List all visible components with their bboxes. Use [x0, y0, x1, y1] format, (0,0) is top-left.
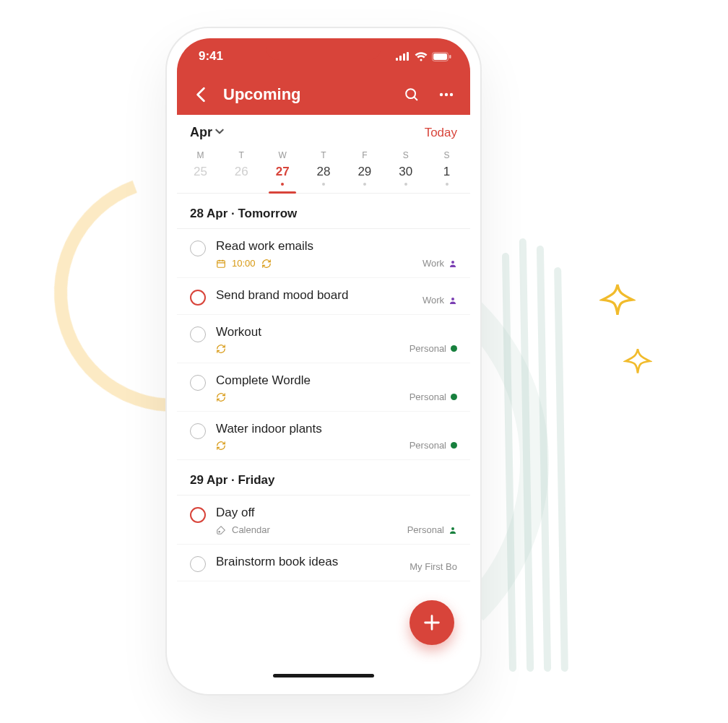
person-icon	[448, 526, 457, 534]
project-label[interactable]: My First Bo	[410, 561, 457, 572]
task-checkbox[interactable]	[190, 290, 206, 306]
task-row[interactable]: Complete WordlePersonal	[177, 363, 470, 412]
project-name: My First Bo	[410, 561, 457, 572]
cellular-icon	[396, 52, 410, 61]
svg-rect-0	[396, 58, 398, 61]
day-dot	[281, 183, 284, 186]
week-day[interactable]: T28	[303, 147, 344, 193]
search-button[interactable]	[398, 81, 425, 108]
week-day[interactable]: S30	[385, 147, 426, 193]
task-row[interactable]: Brainstorm book ideasMy First Bo	[177, 545, 470, 581]
weekday-number: 25	[180, 165, 221, 179]
weekday-letter: F	[344, 150, 385, 160]
task-checkbox[interactable]	[190, 423, 206, 439]
tag-icon	[216, 525, 226, 535]
recurring-icon	[261, 259, 272, 269]
month-picker[interactable]: Apr	[190, 125, 225, 140]
task-title: Workout	[216, 325, 457, 339]
weekday-number: 29	[344, 165, 385, 179]
task-meta: 10:00	[216, 258, 457, 269]
task-row[interactable]: Read work emails10:00Work	[177, 229, 470, 278]
section-header: 28 Apr · Tomorrow	[177, 194, 470, 229]
svg-point-10	[450, 93, 453, 96]
section-header: 29 Apr · Friday	[177, 460, 470, 495]
project-dot	[451, 345, 457, 352]
battery-icon	[432, 52, 451, 61]
sparkle-icon	[623, 347, 652, 376]
project-dot	[451, 394, 457, 400]
svg-rect-3	[407, 52, 409, 61]
task-body: Read work emails10:00	[216, 239, 457, 269]
sparkle-icon	[599, 282, 636, 318]
phone-frame: 9:41 Upcoming Apr Today	[167, 28, 480, 694]
week-day[interactable]: T26	[221, 147, 262, 193]
decorative-strokes	[506, 238, 575, 675]
project-label[interactable]: Personal	[410, 440, 457, 451]
svg-rect-11	[217, 260, 225, 267]
project-label[interactable]: Personal	[410, 343, 457, 354]
day-dot	[446, 183, 448, 186]
project-label[interactable]: Work	[422, 258, 457, 269]
calendar-label: Calendar	[232, 524, 270, 535]
task-row[interactable]: Water indoor plantsPersonal	[177, 412, 470, 460]
svg-point-8	[440, 93, 443, 96]
day-dot	[363, 183, 366, 186]
weekday-letter: T	[221, 150, 262, 160]
project-name: Work	[422, 295, 444, 306]
week-day[interactable]: M25	[180, 147, 221, 193]
recurring-icon	[216, 344, 226, 354]
svg-rect-6	[449, 55, 451, 59]
task-title: Send brand mood board	[216, 288, 457, 303]
task-time: 10:00	[232, 258, 256, 269]
week-day[interactable]: W27	[262, 147, 303, 193]
task-checkbox[interactable]	[190, 556, 206, 572]
weekday-number: 27	[262, 165, 303, 179]
task-checkbox[interactable]	[190, 375, 206, 391]
task-row[interactable]: Day offCalendarPersonal	[177, 495, 470, 545]
task-title: Water indoor plants	[216, 422, 457, 436]
weekday-number: 26	[221, 165, 262, 179]
svg-point-12	[451, 261, 454, 264]
weekday-letter: T	[303, 150, 344, 160]
weekday-number: 1	[426, 165, 467, 179]
wifi-icon	[415, 52, 428, 61]
week-strip: M25T26W27T28F29S30S1	[177, 146, 470, 194]
task-checkbox[interactable]	[190, 507, 206, 523]
project-name: Work	[422, 258, 444, 269]
project-name: Personal	[410, 343, 446, 354]
phone-screen: 9:41 Upcoming Apr Today	[177, 38, 470, 684]
add-task-fab[interactable]	[410, 600, 454, 645]
recurring-icon	[216, 441, 226, 451]
project-label[interactable]: Personal	[407, 524, 457, 535]
weekday-letter: S	[385, 150, 426, 160]
chevron-down-icon	[214, 125, 225, 140]
task-list[interactable]: 28 Apr · TomorrowRead work emails10:00Wo…	[177, 194, 470, 646]
task-checkbox[interactable]	[190, 326, 206, 342]
project-name: Personal	[410, 391, 446, 402]
task-title: Read work emails	[216, 239, 457, 254]
back-button[interactable]	[187, 81, 214, 108]
month-label: Apr	[190, 125, 212, 140]
person-icon	[448, 296, 457, 305]
navbar: Upcoming	[177, 74, 470, 115]
svg-rect-2	[403, 53, 405, 61]
task-body: Send brand mood board	[216, 288, 457, 306]
task-checkbox[interactable]	[190, 241, 206, 256]
project-label[interactable]: Work	[422, 295, 457, 306]
day-dot	[404, 183, 407, 186]
project-label[interactable]: Personal	[410, 391, 457, 402]
more-button[interactable]	[433, 81, 460, 108]
task-row[interactable]: Send brand mood boardWork	[177, 278, 470, 315]
project-name: Personal	[410, 440, 446, 451]
status-icons	[396, 52, 451, 61]
weekday-number: 30	[385, 165, 426, 179]
selected-underline	[269, 191, 297, 194]
week-day[interactable]: S1	[426, 147, 467, 193]
calendar-icon	[216, 259, 226, 269]
week-day[interactable]: F29	[344, 147, 385, 193]
task-title: Complete Wordle	[216, 373, 457, 388]
today-button[interactable]: Today	[425, 126, 457, 140]
task-title: Day off	[216, 506, 457, 520]
weekday-letter: S	[426, 150, 467, 160]
task-row[interactable]: WorkoutPersonal	[177, 315, 470, 363]
